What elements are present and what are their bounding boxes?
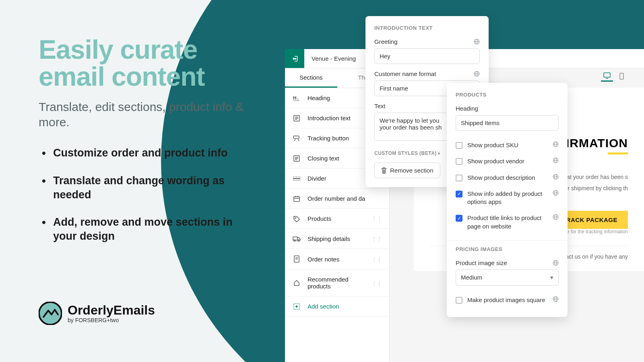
greeting-input[interactable] [374, 48, 480, 64]
heading-input[interactable] [456, 115, 559, 131]
svg-point-21 [295, 217, 296, 218]
svg-rect-17 [294, 197, 299, 202]
svg-rect-33 [620, 73, 623, 79]
checkbox[interactable]: ✓ [456, 191, 462, 197]
add-icon [292, 303, 301, 310]
panel-header: INTRODUCTION TEXT [374, 25, 480, 31]
tracking-icon [292, 136, 301, 141]
svg-text:1: 1 [297, 97, 299, 101]
remove-section-button[interactable]: Remove section [374, 162, 440, 178]
trash-icon [381, 167, 387, 174]
drag-handle-icon[interactable]: ⋮⋮ [372, 280, 382, 286]
accent-bar [608, 152, 628, 154]
globe-icon[interactable] [553, 157, 559, 163]
globe-icon[interactable] [553, 296, 559, 302]
section-products[interactable]: Products⋮⋮ [285, 209, 389, 229]
tab-sections[interactable]: Sections [285, 68, 337, 88]
add-section-button[interactable]: Add section [285, 296, 389, 317]
bullet: Customize order and product info [39, 146, 248, 160]
theme-title: Venue - Evening [304, 49, 363, 68]
calendar-icon [292, 195, 301, 202]
name-format-label: Customer name format [374, 70, 480, 77]
brand-name: OrderlyEmails [68, 304, 155, 317]
heading-label: Heading [456, 105, 559, 112]
products-panel: PRODUCTS Heading Show product SKUShow pr… [447, 83, 568, 317]
svg-point-23 [294, 240, 295, 241]
back-button[interactable] [285, 49, 304, 68]
checkbox-label: Show product description [467, 174, 535, 182]
globe-icon[interactable] [553, 190, 559, 196]
checkbox[interactable] [456, 142, 462, 149]
text-icon [292, 115, 301, 121]
greeting-label: Greeting [374, 38, 480, 45]
checkbox[interactable]: ✓ [456, 215, 462, 222]
checkbox-label: Show info added by product options apps [467, 190, 549, 206]
section-recommended[interactable]: Recommended products⋮⋮ [285, 269, 389, 296]
section-shipping[interactable]: Shipping details⋮⋮ [285, 229, 389, 249]
image-size-select[interactable]: Medium▾ [456, 269, 559, 286]
note-icon [292, 255, 301, 263]
brand-logo-icon [39, 302, 62, 325]
truck-icon [292, 236, 301, 242]
svg-text:H: H [293, 95, 297, 101]
square-images-label: Make product images square [467, 296, 545, 304]
checkbox-label: Show product vendor [467, 157, 524, 165]
checkbox[interactable] [456, 175, 462, 181]
globe-icon[interactable] [553, 260, 559, 266]
bullet: Translate and change wording as needed [39, 174, 248, 202]
device-switcher [601, 71, 626, 82]
tag-icon [292, 216, 301, 222]
headline: Easily curate email content [39, 36, 248, 90]
image-size-label: Product image size [456, 259, 559, 266]
globe-icon[interactable] [553, 141, 559, 147]
desktop-icon [603, 72, 611, 79]
heading-icon: H1 [292, 95, 301, 101]
subhead: Translate, edit sections, product info &… [39, 99, 248, 130]
mobile-view-button[interactable] [617, 71, 626, 81]
checkbox-label: Show product SKU [467, 141, 518, 149]
globe-icon[interactable] [553, 214, 559, 220]
svg-rect-31 [604, 73, 610, 77]
globe-icon[interactable] [474, 71, 480, 77]
checkbox-label: Product title links to product page on w… [467, 214, 549, 230]
home-icon [292, 280, 301, 286]
panel-header: PRODUCTS [456, 92, 559, 98]
brand-logo-block: OrderlyEmails by FORSBERG+two [39, 302, 155, 325]
chevron-down-icon: ▾ [550, 274, 553, 281]
bullet-list: Customize order and product info Transla… [39, 146, 248, 243]
drag-handle-icon[interactable]: ⋮⋮ [372, 216, 382, 222]
mobile-icon [619, 73, 624, 80]
square-images-checkbox[interactable] [456, 297, 462, 304]
svg-point-24 [298, 240, 299, 241]
checkbox[interactable] [456, 158, 462, 165]
globe-icon[interactable] [553, 174, 559, 180]
drag-handle-icon[interactable]: ⋮⋮ [372, 256, 382, 262]
svg-rect-9 [293, 136, 299, 138]
globe-icon[interactable] [474, 39, 480, 45]
divider-icon [292, 176, 301, 181]
drag-handle-icon[interactable]: ⋮⋮ [372, 236, 382, 242]
desktop-view-button[interactable] [601, 71, 613, 82]
brand-byline: by FORSBERG+two [68, 317, 155, 323]
section-notes[interactable]: Order notes⋮⋮ [285, 249, 389, 269]
section-order-number[interactable]: Order number and da [285, 189, 389, 209]
text-icon [292, 155, 301, 162]
pricing-images-header: PRICING IMAGES [456, 246, 559, 252]
bullet: Add, remove and move sections in your de… [39, 215, 248, 243]
exit-icon [291, 55, 298, 62]
